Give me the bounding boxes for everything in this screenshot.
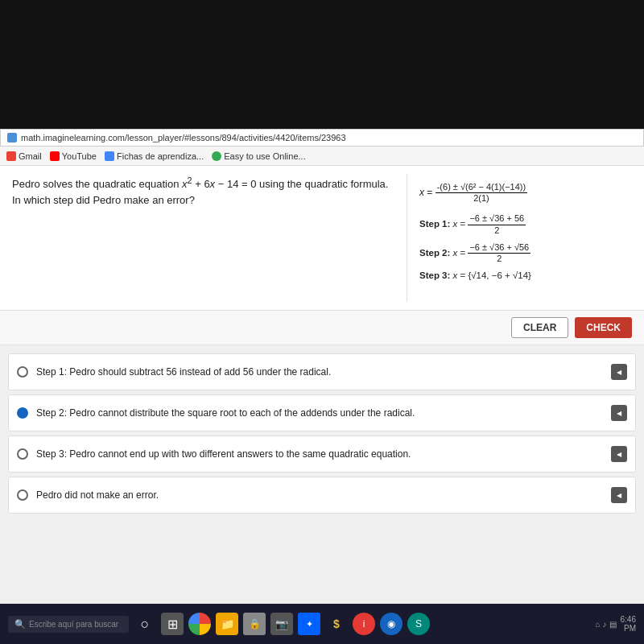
bookmark-easy-label: Easy to use Online... xyxy=(224,151,306,161)
taskbar-dropbox-icon[interactable]: ✦ xyxy=(298,613,320,635)
step2-label: Step 2: xyxy=(419,247,453,257)
option-row-1: Step 1: Pedro should subtract 56 instead… xyxy=(8,353,636,390)
step1-display: Step 1: x = −6 ± √36 + 56 2 xyxy=(419,213,620,235)
address-bar[interactable]: math.imaginelearning.com/lesson_player/#… xyxy=(0,129,644,147)
taskbar-red-icon[interactable]: i xyxy=(353,613,375,635)
bookmark-gmail[interactable]: Gmail xyxy=(6,151,42,161)
step3-display: Step 3: x = {√14, −6 + √14} xyxy=(419,270,620,280)
clock-time: 6:46 xyxy=(621,615,636,624)
taskbar: 🔍 Escribe aquí para buscar ○ ⊞ 📁 🔒 📷 ✦ $… xyxy=(0,604,644,644)
question-panel: Pedro solves the quadratic equation x2 +… xyxy=(0,166,644,311)
taskbar-blue-icon[interactable]: ◉ xyxy=(380,613,402,635)
bookmark-fichas-label: Fichas de aprendiza... xyxy=(117,151,204,161)
taskbar-chrome-icon[interactable] xyxy=(188,613,211,635)
black-background xyxy=(0,0,644,129)
option-text-2: Step 2: Pedro cannot distribute the squa… xyxy=(36,407,603,419)
browser-window: math.imaginelearning.com/lesson_player/#… xyxy=(0,129,644,604)
option-row-2: Step 2: Pedro cannot distribute the squa… xyxy=(8,394,636,431)
option-text-3: Step 3: Pedro cannot end up with two dif… xyxy=(36,448,603,460)
option-text-1: Step 1: Pedro should subtract 56 instead… xyxy=(36,366,603,378)
step1-label: Step 1: xyxy=(419,219,453,229)
easy-icon xyxy=(212,151,221,161)
option-row-4: Pedro did not make an error. xyxy=(8,477,636,514)
battery-icon: ▤ xyxy=(609,620,617,629)
taskbar-files-icon[interactable]: 📁 xyxy=(216,613,238,635)
taskbar-camera-icon[interactable]: 📷 xyxy=(270,613,293,635)
content-area: Pedro solves the quadratic equation x2 +… xyxy=(0,166,644,522)
math-display-area: x = -(6) ± √(6² − 4(1)(−14)) 2(1) Step 1… xyxy=(407,174,632,302)
bookmark-easy[interactable]: Easy to use Online... xyxy=(212,151,306,161)
taskbar-windows-icon[interactable]: ○ xyxy=(134,613,156,635)
clock-date: PM xyxy=(621,624,636,633)
favicon-icon xyxy=(7,133,17,142)
taskbar-dollar-icon[interactable]: $ xyxy=(325,613,348,635)
radio-option-4[interactable] xyxy=(17,489,28,501)
step3-label: Step 3: xyxy=(419,270,453,280)
main-fraction: -(6) ± √(6² − 4(1)(−14)) 2(1) xyxy=(436,182,527,204)
step2-fraction: −6 ± √36 + √56 2 xyxy=(468,242,530,264)
radio-option-2[interactable] xyxy=(17,407,28,419)
bookmark-fichas[interactable]: Fichas de aprendiza... xyxy=(105,151,204,161)
system-clock: 6:46 PM xyxy=(621,615,636,633)
search-icon: 🔍 xyxy=(14,619,26,630)
audio-button-2[interactable] xyxy=(611,405,627,421)
bookmark-gmail-label: Gmail xyxy=(19,151,42,161)
volume-icon: ♪ xyxy=(603,620,607,629)
gmail-icon xyxy=(6,151,16,161)
step2-display: Step 2: x = −6 ± √36 + √56 2 xyxy=(419,242,620,264)
audio-button-3[interactable] xyxy=(611,446,627,462)
question-text-area: Pedro solves the quadratic equation x2 +… xyxy=(12,174,407,302)
question-text: Pedro solves the quadratic equation x2 +… xyxy=(12,174,398,208)
wifi-icon: ⌂ xyxy=(595,620,600,629)
radio-option-3[interactable] xyxy=(17,448,28,460)
taskbar-grid-icon[interactable]: ⊞ xyxy=(161,613,184,635)
taskbar-teal-icon[interactable]: S xyxy=(407,613,430,635)
search-placeholder: Escribe aquí para buscar xyxy=(29,620,118,629)
search-bar-container: 🔍 Escribe aquí para buscar xyxy=(8,616,129,633)
radio-option-1[interactable] xyxy=(17,366,28,378)
system-tray-icons: ⌂ ♪ ▤ xyxy=(595,620,616,629)
taskbar-right-area: ⌂ ♪ ▤ 6:46 PM xyxy=(595,615,636,633)
action-buttons-bar: CLEAR CHECK xyxy=(0,311,644,345)
bookmarks-bar: Gmail YouTube Fichas de aprendiza... Eas… xyxy=(0,147,644,166)
youtube-icon xyxy=(50,151,60,161)
formula-main: x = -(6) ± √(6² − 4(1)(−14)) 2(1) xyxy=(419,182,620,204)
option-row-3: Step 3: Pedro cannot end up with two dif… xyxy=(8,436,636,473)
check-button[interactable]: CHECK xyxy=(575,317,632,338)
bookmark-youtube-label: YouTube xyxy=(62,151,97,161)
clear-button[interactable]: CLEAR xyxy=(511,317,568,338)
bookmark-youtube[interactable]: YouTube xyxy=(50,151,97,161)
fichas-icon xyxy=(105,151,114,161)
option-text-4: Pedro did not make an error. xyxy=(36,489,603,501)
url-text: math.imaginelearning.com/lesson_player/#… xyxy=(21,133,346,142)
options-area: Step 1: Pedro should subtract 56 instead… xyxy=(0,345,644,522)
step1-fraction: −6 ± √36 + 56 2 xyxy=(468,213,526,235)
audio-button-1[interactable] xyxy=(611,364,627,380)
taskbar-lock-icon[interactable]: 🔒 xyxy=(243,613,266,635)
audio-button-4[interactable] xyxy=(611,487,627,503)
